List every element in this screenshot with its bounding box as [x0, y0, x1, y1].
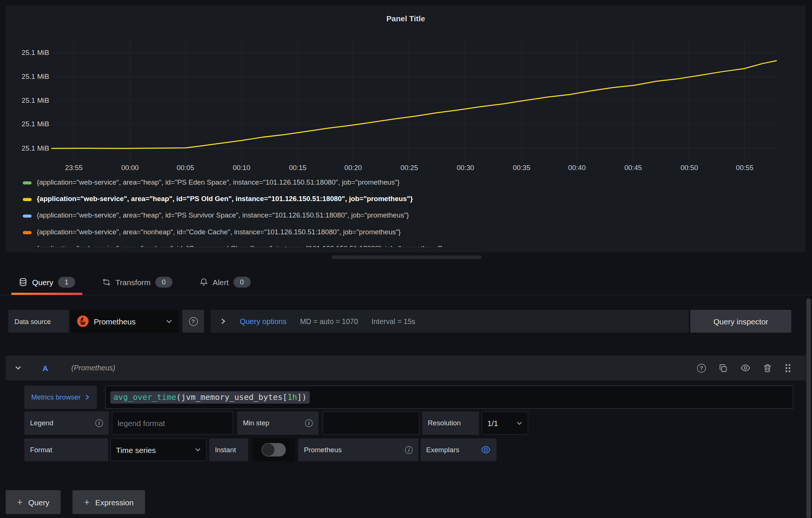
datasource-label: Data source — [8, 310, 69, 333]
toggle-visibility-button[interactable] — [741, 364, 750, 371]
datasource-picker[interactable]: Prometheus — [71, 310, 179, 333]
duplicate-query-button[interactable] — [719, 364, 728, 373]
legend-field-label: Legend i — [24, 411, 109, 435]
plus-icon: + — [84, 497, 90, 508]
tab-query[interactable]: Query 1 — [12, 269, 83, 295]
legend-item[interactable]: {application="web-service", area="heap",… — [6, 208, 806, 224]
legend-series-label: {application="web-service", area="heap",… — [37, 178, 399, 186]
interval-text: Interval = 15s — [372, 317, 415, 326]
chevron-right-icon — [84, 394, 90, 400]
promql-expression-input[interactable]: avg_over_time(jvm_memory_used_bytes[1h]) — [105, 386, 793, 409]
legend-series-label: {application="web-service", area="heap",… — [37, 212, 409, 219]
format-select[interactable]: Time series — [110, 438, 207, 461]
tab-transform-badge: 0 — [155, 277, 172, 287]
instant-toggle[interactable] — [252, 438, 295, 461]
legend-series-label: {application="web-service", area="heap",… — [37, 195, 413, 203]
resolution-label: Resolution — [422, 411, 479, 435]
info-icon[interactable]: i — [95, 419, 103, 427]
legend-swatch — [23, 198, 32, 201]
x-axis-tick-label: 00:20 — [344, 164, 362, 172]
metrics-browser-button[interactable]: Metrics browser — [24, 386, 97, 409]
collapse-chevron-icon[interactable] — [15, 364, 22, 371]
promql-metric: jvm_memory_used_bytes — [181, 392, 283, 402]
time-series-panel: Panel Title 25.1 MiB25.1 MiB25.1 MiB25.1… — [6, 6, 806, 252]
query-inspector-button[interactable]: Query inspector — [690, 310, 791, 333]
promql-function: avg_over_time — [114, 392, 176, 402]
x-axis-tick-label: 00:40 — [568, 164, 586, 172]
help-icon: ? — [697, 364, 706, 373]
time-series-chart[interactable] — [51, 40, 780, 170]
editor-tabs: Query 1 Transform 0 Alert 0 — [0, 269, 812, 296]
min-step-label: Min step i — [237, 411, 319, 435]
resolution-select[interactable]: 1/1 — [481, 411, 528, 435]
y-axis-tick-label: 25.1 MiB — [8, 120, 49, 128]
legend-item[interactable]: {application="web-service", area="nonhea… — [6, 241, 806, 247]
instant-label: Instant — [209, 438, 248, 461]
add-buttons-row: + Query + Expression — [6, 490, 145, 514]
legend-format-input[interactable] — [112, 411, 233, 435]
tab-transform[interactable]: Transform 0 — [95, 269, 180, 295]
x-axis-tick-label: 00:45 — [625, 164, 642, 172]
panel-title: Panel Title — [6, 14, 806, 23]
x-axis-tick-label: 00:15 — [289, 164, 307, 172]
tab-query-label: Query — [32, 277, 53, 286]
promql-duration: 1h — [287, 392, 297, 402]
prometheus-type-label: Prometheus i — [298, 438, 419, 461]
add-expression-button[interactable]: + Expression — [73, 490, 145, 514]
info-icon[interactable]: i — [305, 419, 313, 427]
format-label: Format — [24, 438, 108, 461]
drag-handle-icon[interactable] — [785, 363, 791, 373]
promql-expression: avg_over_time(jvm_memory_used_bytes[1h]) — [110, 391, 310, 403]
tab-query-badge: 1 — [58, 277, 75, 287]
add-query-button[interactable]: + Query — [6, 490, 61, 514]
format-options-row: Format Time series Instant Prometheus i … — [24, 438, 542, 461]
exemplars-toggle-icon[interactable] — [481, 445, 491, 454]
chart-legend: {application="web-service", area="heap",… — [6, 175, 806, 247]
y-axis-tick-label: 25.1 MiB — [8, 73, 49, 80]
query-help-button[interactable]: ? — [697, 364, 706, 373]
x-axis-tick-label: 00:50 — [681, 164, 698, 172]
x-axis-tick-label: 00:25 — [400, 164, 418, 172]
vertical-scrollbar-thumb[interactable] — [806, 299, 811, 518]
x-axis-tick-label: 00:35 — [513, 164, 530, 172]
y-axis-tick-label: 25.1 MiB — [8, 96, 49, 104]
exemplars-field: Exemplars — [421, 438, 497, 461]
panel-resize-handle[interactable] — [331, 256, 481, 259]
chevron-down-icon — [195, 447, 201, 453]
legend-swatch — [23, 215, 32, 218]
query-row-header[interactable]: A (Prometheus) ? — [6, 355, 806, 380]
query-ref-id: A — [43, 364, 48, 373]
legend-item[interactable]: {application="web-service", area="heap",… — [6, 191, 806, 208]
format-value: Time series — [116, 445, 156, 454]
datasource-help-button[interactable]: ? — [182, 310, 204, 333]
delete-query-button[interactable] — [763, 364, 772, 373]
x-axis-tick-label: 00:10 — [233, 164, 250, 172]
tab-alert-label: Alert — [213, 277, 229, 286]
legend-series-label: {application="web-service", area="nonhea… — [37, 244, 443, 247]
x-axis-tick-label: 00:00 — [121, 164, 139, 172]
legend-options-row: Legend i Min step i Resolution 1/1 — [24, 411, 542, 435]
legend-swatch — [23, 181, 32, 184]
query-options-toggle[interactable]: Query options — [240, 317, 286, 326]
info-icon[interactable]: i — [405, 446, 413, 454]
legend-series-label: {application="web-service", area="nonhea… — [37, 228, 400, 236]
chevron-down-icon — [516, 420, 523, 426]
datasource-value: Prometheus — [94, 317, 161, 326]
grafana-panel-editor: Panel Title 25.1 MiB25.1 MiB25.1 MiB25.1… — [0, 0, 812, 518]
legend-swatch — [23, 231, 32, 234]
x-axis-tick-label: 00:05 — [177, 164, 194, 172]
query-options-bar: Query options MD = auto = 1070 Interval … — [211, 310, 689, 333]
datasource-toolbar: Data source Prometheus ? Query options M… — [0, 310, 812, 333]
legend-item[interactable]: {application="web-service", area="nonhea… — [6, 224, 806, 241]
help-icon: ? — [189, 317, 198, 326]
legend-item[interactable]: {application="web-service", area="heap",… — [6, 175, 806, 191]
x-axis-tick-label: 23:55 — [65, 164, 83, 172]
plus-icon: + — [17, 497, 23, 508]
resolution-value: 1/1 — [487, 419, 498, 428]
transform-icon — [102, 277, 111, 286]
prometheus-logo-icon — [77, 315, 89, 327]
y-axis-tick-label: 25.1 MiB — [8, 144, 49, 152]
min-step-input[interactable] — [323, 411, 419, 435]
tab-alert[interactable]: Alert 0 — [192, 269, 258, 295]
chevron-right-icon — [220, 318, 226, 324]
